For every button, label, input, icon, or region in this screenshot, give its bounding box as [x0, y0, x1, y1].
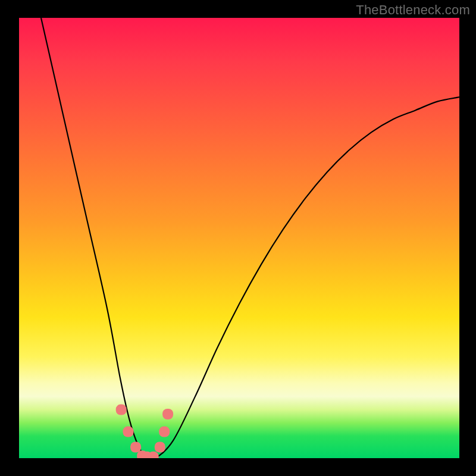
chart-frame: TheBottleneck.com — [0, 0, 476, 476]
watermark-text: TheBottleneck.com — [356, 2, 470, 18]
bottleneck-curve-svg — [19, 18, 459, 458]
marker-point — [155, 442, 165, 453]
marker-cluster — [116, 405, 173, 458]
bottleneck-curve — [41, 18, 459, 458]
marker-point — [123, 427, 134, 437]
marker-point — [116, 405, 127, 415]
marker-point — [162, 409, 173, 419]
marker-point — [130, 442, 141, 453]
marker-point — [159, 427, 170, 437]
plot-area — [19, 18, 459, 458]
